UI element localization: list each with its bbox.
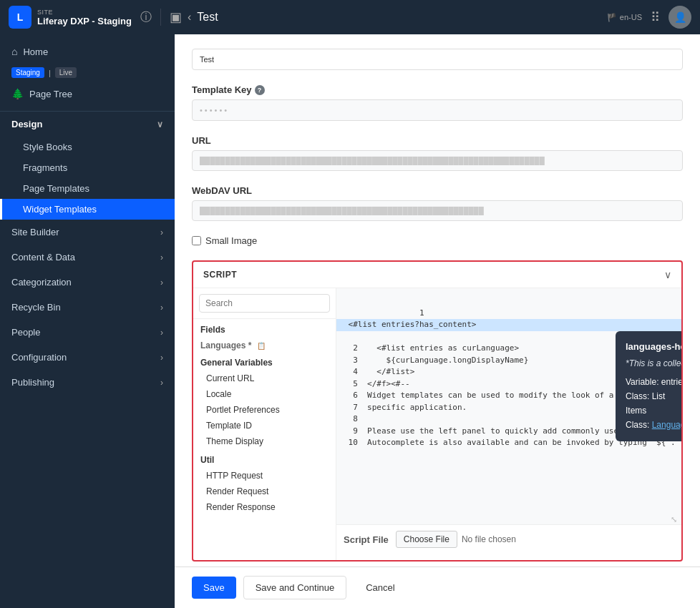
site-info: SITE Liferay DXP - Staging (37, 9, 132, 26)
design-chevron: ∨ (157, 119, 163, 129)
tooltip-items-class-label: Class: (626, 420, 649, 430)
script-item-portlet-prefs[interactable]: Portlet Preferences (193, 402, 336, 418)
content-data-arrow: › (160, 252, 163, 263)
categorization-label: Categorization (11, 277, 72, 288)
language-selector[interactable]: 🏴 en-US (607, 13, 642, 22)
main-layout: ⌂ Home Staging | Live 🌲 Page Tree Design… (0, 34, 700, 608)
page-title: Test (197, 11, 218, 24)
languages-icon: 📋 (257, 342, 266, 350)
script-item-theme-display[interactable]: Theme Display (193, 433, 336, 449)
script-header: SCRIPT ∨ (193, 262, 681, 288)
tooltip-variable-row: Variable: entries (626, 376, 681, 388)
template-key-help-icon[interactable]: ? (255, 85, 265, 95)
general-variables-label: General Variables (193, 352, 336, 371)
categorization-arrow: › (160, 278, 163, 288)
sidebar-item-site-builder[interactable]: Site Builder › (0, 220, 175, 245)
choose-file-button[interactable]: Choose File (396, 531, 457, 548)
bottom-bar: Save Save and Continue Cancel (175, 567, 700, 608)
site-builder-arrow: › (160, 227, 163, 237)
form-group-template-key: Template Key ? •••••• (192, 84, 683, 121)
sidebar-item-content-data[interactable]: Content & Data › (0, 245, 175, 270)
design-section-header[interactable]: Design ∨ (0, 112, 175, 137)
page-templates-label: Page Templates (23, 183, 89, 194)
resize-handle[interactable]: ⤡ (671, 515, 677, 524)
sidebar-item-recycle-bin[interactable]: Recycle Bin › (0, 295, 175, 320)
avatar[interactable]: 👤 (669, 6, 691, 29)
panel-toggle-icon[interactable]: ▣ (170, 9, 182, 25)
sidebar-item-categorization[interactable]: Categorization › (0, 270, 175, 295)
sidebar-home-label: Home (23, 46, 48, 57)
webdav-input[interactable]: ████████████████████████████████████████… (192, 200, 683, 221)
tooltip-items-class-value[interactable]: LanguageEntry (652, 420, 681, 430)
style-books-label: Style Books (23, 142, 72, 152)
url-label: URL (192, 135, 683, 146)
content-scroll: Test Template Key ? •••••• URL █████████… (175, 34, 700, 567)
tooltip-class-value: List (652, 391, 666, 401)
script-item-template-id[interactable]: Template ID (193, 418, 336, 433)
small-image-label: Small Image (205, 235, 257, 246)
script-file-row: Script File Choose File No file chosen (336, 524, 681, 554)
script-item-locale[interactable]: Locale (193, 386, 336, 402)
tooltip-title: languages-help (626, 340, 681, 354)
lang-label: en-US (620, 13, 642, 21)
tooltip-items-class-row: Class: LanguageEntry (626, 418, 681, 431)
form-group-url: URL ████████████████████████████████████… (192, 135, 683, 171)
script-item-http-request[interactable]: HTTP Request (193, 468, 336, 484)
sidebar-item-page-tree[interactable]: 🌲 Page Tree (0, 82, 175, 105)
small-image-row: Small Image (192, 235, 683, 246)
script-item-render-request[interactable]: Render Request (193, 484, 336, 499)
topbar: L SITE Liferay DXP - Staging ⓘ ▣ ‹ Test … (0, 0, 700, 34)
small-image-checkbox[interactable] (192, 236, 201, 245)
cancel-button[interactable]: Cancel (354, 576, 407, 599)
sidebar-item-home[interactable]: ⌂ Home (0, 40, 175, 63)
live-badge[interactable]: Live (55, 67, 77, 78)
sidebar-item-page-templates[interactable]: Page Templates (0, 178, 175, 199)
sidebar-item-publishing[interactable]: Publishing › (0, 370, 175, 395)
sidebar-nav-top: ⌂ Home Staging | Live 🌲 Page Tree (0, 34, 175, 112)
sidebar-staging: Staging | Live (0, 63, 175, 82)
fields-section-label: Fields (193, 319, 336, 338)
languages-sub-label: Languages * 📋 (193, 338, 336, 352)
divider (160, 9, 161, 26)
sidebar-item-widget-templates[interactable]: Widget Templates (0, 199, 175, 220)
home-icon: ⌂ (11, 46, 17, 57)
script-right-panel: 1 <#list entries?has_content> 2 <#list e… (336, 288, 681, 560)
tooltip: languages-help *This is a collection of … (616, 331, 681, 441)
sidebar-section-design: Design ∨ Style Books Fragments Page Temp… (0, 112, 175, 220)
back-icon[interactable]: ‹ (188, 11, 191, 24)
content-data-label: Content & Data (11, 252, 75, 263)
staging-badge[interactable]: Staging (11, 67, 44, 78)
form-group-name: Test (192, 49, 683, 70)
script-left-panel: Fields Languages * 📋 General Variables C… (193, 288, 336, 560)
sidebar-item-people[interactable]: People › (0, 320, 175, 345)
util-label: Util (193, 449, 336, 468)
sidebar-item-style-books[interactable]: Style Books (0, 137, 175, 157)
template-key-input[interactable]: •••••• (192, 99, 683, 121)
save-button[interactable]: Save (192, 577, 236, 599)
template-name-input[interactable]: Test (192, 49, 683, 70)
configuration-label: Configuration (11, 352, 67, 363)
publishing-arrow: › (160, 378, 163, 388)
flag-icon: 🏴 (607, 13, 617, 22)
recycle-bin-label: Recycle Bin (11, 302, 61, 313)
url-input[interactable]: ████████████████████████████████████████… (192, 150, 683, 171)
script-item-render-response[interactable]: Render Response (193, 499, 336, 515)
script-chevron[interactable]: ∨ (664, 269, 671, 280)
sidebar-item-configuration[interactable]: Configuration › (0, 345, 175, 370)
save-continue-button[interactable]: Save and Continue (243, 576, 347, 599)
info-icon[interactable]: ⓘ (140, 10, 152, 25)
topbar-right: 🏴 en-US ⠿ 👤 (607, 6, 691, 29)
no-file-text: No file chosen (462, 534, 516, 544)
site-builder-label: Site Builder (11, 227, 59, 237)
script-section: SCRIPT ∨ Fields Languages * 📋 (192, 260, 683, 562)
apps-icon[interactable]: ⠿ (651, 9, 660, 25)
script-search-input[interactable] (199, 294, 330, 313)
content-area: Test Template Key ? •••••• URL █████████… (175, 34, 700, 608)
tooltip-items-row: Items (626, 404, 681, 417)
tooltip-class-label: Class: (626, 391, 649, 401)
form-group-webdav: WebDAV URL █████████████████████████████… (192, 185, 683, 221)
tooltip-class-row: Class: List (626, 390, 681, 403)
sidebar-item-fragments[interactable]: Fragments (0, 157, 175, 178)
site-label: SITE (37, 9, 132, 16)
script-item-current-url[interactable]: Current URL (193, 371, 336, 386)
